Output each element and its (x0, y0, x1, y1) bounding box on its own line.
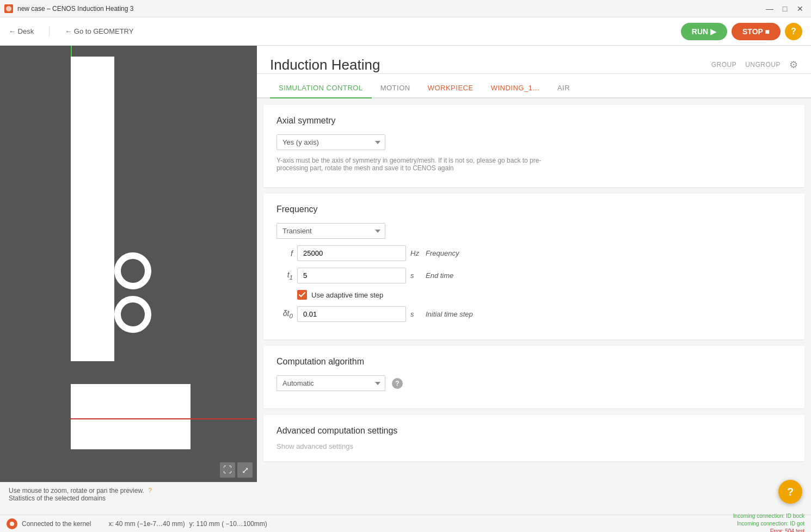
coil-ring-1 (114, 252, 151, 289)
stop-button[interactable]: STOP ■ (732, 23, 781, 40)
minimize-button[interactable]: — (763, 2, 776, 15)
frequency-title: Frequency (277, 205, 791, 214)
toolbar-divider (49, 26, 50, 37)
tab-motion[interactable]: MOTION (372, 78, 419, 98)
frequency-f-input[interactable] (297, 245, 406, 261)
stats-label: Statistics of the selected domains (9, 494, 248, 502)
content-area: Axial symmetry Yes (y axis) No Y-axis mu… (257, 98, 811, 515)
geometry-tall-bar (71, 57, 114, 361)
dt0-unit: s (410, 310, 421, 318)
tabs: SIMULATION CONTROL MOTION WORKPIECE WIND… (257, 78, 811, 98)
statusbar: Connected to the kernel x: 40 mm (−1e-7…… (0, 515, 811, 532)
svg-point-0 (6, 6, 11, 11)
axial-symmetry-title: Axial symmetry (277, 116, 791, 126)
computation-help-icon[interactable]: ? (392, 378, 403, 389)
frequency-type-select[interactable]: Transient Harmonic (277, 223, 385, 239)
close-button[interactable]: ✕ (794, 2, 807, 15)
toolbar-left: ← Desk ← Go to GEOMETRY (9, 26, 133, 37)
window-controls: — □ ✕ (763, 2, 807, 15)
page-title: Induction Heating (270, 57, 380, 73)
end-time-input[interactable] (297, 268, 406, 283)
computation-section: Computation algorithm Automatic Manual ? (263, 346, 804, 409)
right-header: Induction Heating GROUP UNGROUP ⚙ (257, 46, 811, 74)
axial-symmetry-select[interactable]: Yes (y axis) No (277, 134, 385, 150)
tab-workpiece[interactable]: WORKPIECE (419, 78, 482, 98)
frequency-f-row: f Hz Frequency (277, 245, 791, 261)
axial-symmetry-row: Yes (y axis) No (277, 134, 791, 150)
axial-symmetry-section: Axial symmetry Yes (y axis) No Y-axis mu… (263, 105, 804, 187)
advanced-title: Advanced computation settings (277, 426, 791, 436)
toolbar: ← Desk ← Go to GEOMETRY RUN ▶ STOP ■ ? (0, 17, 811, 46)
preview-canvas[interactable]: ⛶ ⤢ (0, 46, 257, 482)
initial-timestep-input[interactable] (297, 306, 406, 322)
end-time-row: t1 s End time (277, 268, 791, 283)
status-icon (7, 518, 17, 529)
preview-help-icon[interactable]: ? (148, 487, 152, 494)
dt0-label: δt0 (277, 309, 293, 319)
toolbar-right: RUN ▶ STOP ■ ? (681, 23, 802, 40)
window-title: new case – CENOS Induction Heating 3 (17, 5, 133, 13)
status-text: Connected to the kernel (22, 520, 91, 528)
preview-info: Use mouse to zoom, rotate or pan the pre… (0, 482, 257, 515)
main-content: ⛶ ⤢ Use mouse to zoom, rotate or pan the… (0, 46, 811, 515)
run-button[interactable]: RUN ▶ (681, 23, 727, 40)
adaptive-checkbox[interactable] (297, 290, 307, 300)
header-actions: GROUP UNGROUP ⚙ (711, 57, 798, 71)
f-desc: Frequency (426, 249, 459, 257)
tab-air[interactable]: AIR (549, 78, 579, 98)
red-line (71, 418, 256, 419)
tab-winding[interactable]: WINDING_1… (482, 78, 549, 98)
statusbar-log: Incoming connection: ID bock Incoming co… (733, 512, 804, 533)
frequency-type-row: Transient Harmonic (277, 223, 791, 239)
adaptive-timestep-row: Use adaptive time step (297, 290, 791, 300)
stat-y: y: 110 mm ( −10…100mm) (189, 520, 267, 528)
group-button[interactable]: GROUP (711, 61, 737, 69)
stat-x: x: 40 mm (−1e-7…40 mm) (108, 520, 185, 528)
computation-title: Computation algorithm (277, 357, 791, 367)
coil-ring-2 (114, 296, 151, 333)
adaptive-label[interactable]: Use adaptive time step (311, 291, 383, 299)
preview-controls: ⛶ ⤢ (220, 462, 253, 478)
expand-preview-button[interactable]: ⤢ (237, 462, 253, 478)
log-line3: Error: 504 test (733, 528, 804, 533)
computation-row: Automatic Manual ? (277, 375, 791, 391)
help-button[interactable]: ? (785, 23, 802, 40)
t1-unit: s (410, 271, 421, 280)
statusbar-left: Connected to the kernel x: 40 mm (−1e-7…… (7, 518, 267, 529)
svg-point-1 (10, 522, 14, 526)
settings-button[interactable]: ⚙ (789, 59, 798, 71)
right-panel: Induction Heating GROUP UNGROUP ⚙ SIMULA… (257, 46, 811, 515)
goto-geometry-button[interactable]: ← Go to GEOMETRY (65, 27, 133, 35)
frequency-section: Frequency Transient Harmonic f Hz Freque… (263, 194, 804, 339)
fit-preview-button[interactable]: ⛶ (220, 462, 235, 478)
help-fab-button[interactable]: ? (778, 480, 802, 504)
initial-timestep-row: δt0 s Initial time step (277, 306, 791, 322)
zoom-hint: Use mouse to zoom, rotate or pan the pre… (9, 487, 248, 494)
show-advanced-button[interactable]: Show advanced settings (277, 442, 353, 450)
log-line2: Incoming connection: ID got (733, 520, 804, 528)
t1-desc: End time (426, 271, 453, 280)
maximize-button[interactable]: □ (778, 2, 791, 15)
advanced-section: Advanced computation settings Show advan… (263, 415, 804, 461)
dt0-desc: Initial time step (426, 310, 473, 318)
f-unit: Hz (410, 249, 421, 257)
axial-symmetry-hint: Y-axis must be the axis of symmetry in g… (277, 157, 549, 172)
app-icon (4, 4, 13, 13)
geometry-bottom-bar (71, 384, 191, 449)
ungroup-button[interactable]: UNGROUP (745, 61, 781, 69)
left-panel: ⛶ ⤢ Use mouse to zoom, rotate or pan the… (0, 46, 257, 515)
tab-simulation-control[interactable]: SIMULATION CONTROL (270, 78, 372, 98)
log-line1: Incoming connection: ID bock (733, 512, 804, 520)
titlebar: new case – CENOS Induction Heating 3 — □… (0, 0, 811, 17)
f-label: f (277, 249, 293, 258)
t1-label: t1 (277, 270, 293, 281)
titlebar-left: new case – CENOS Induction Heating 3 (4, 4, 133, 13)
computation-select[interactable]: Automatic Manual (277, 375, 385, 391)
desk-button[interactable]: ← Desk (9, 27, 34, 35)
